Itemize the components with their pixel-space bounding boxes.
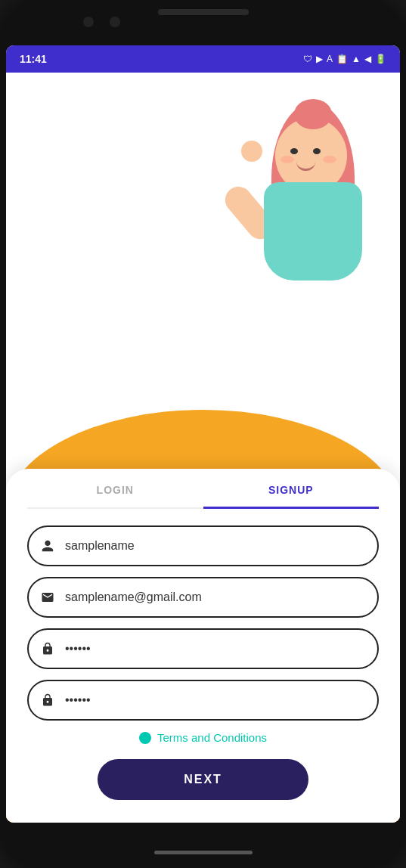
lock-confirm-icon — [39, 692, 56, 708]
status-time: 11:41 — [20, 53, 47, 65]
character-hair-bun — [294, 99, 332, 129]
phone-frame: 11:41 🛡 ▶ A 📋 ▲ ◀ 🔋 — [0, 0, 406, 868]
terms-link[interactable]: Terms and Conditions — [157, 731, 267, 744]
clipboard-icon: 📋 — [336, 54, 348, 64]
confirm-password-field-group — [27, 680, 379, 721]
character-cheek-right — [323, 156, 336, 163]
lock-icon — [39, 640, 56, 657]
password-field-group — [27, 628, 379, 669]
signal-icon: ◀ — [364, 54, 371, 64]
signup-card: LOGIN SIGNUP — [6, 469, 400, 823]
wifi-icon: ▲ — [352, 54, 361, 64]
camera-left — [83, 17, 94, 27]
auth-tabs: LOGIN SIGNUP — [27, 484, 379, 509]
character-body — [264, 182, 362, 281]
next-button[interactable]: NEXT — [98, 759, 308, 800]
character-cheek-left — [280, 156, 294, 163]
password-input[interactable] — [27, 628, 379, 669]
confirm-password-input[interactable] — [27, 680, 379, 721]
email-input[interactable] — [27, 577, 379, 618]
home-bar — [154, 851, 253, 854]
accessibility-icon: A — [327, 54, 333, 64]
character-eye-right — [313, 148, 321, 154]
terms-row: Terms and Conditions — [27, 731, 379, 744]
character-illustration — [234, 95, 385, 322]
shield-icon: 🛡 — [303, 54, 312, 64]
email-icon — [39, 589, 56, 606]
character-hand — [241, 141, 262, 162]
illustration-area: LOGIN SIGNUP — [6, 73, 400, 823]
play-icon: ▶ — [316, 54, 323, 64]
person-icon — [39, 538, 56, 554]
tab-signup[interactable]: SIGNUP — [203, 484, 380, 509]
screen: 11:41 🛡 ▶ A 📋 ▲ ◀ 🔋 — [6, 45, 400, 823]
name-field-group — [27, 525, 379, 566]
camera-right — [110, 17, 120, 27]
phone-speaker — [158, 9, 249, 15]
teal-dot-indicator — [139, 732, 151, 744]
battery-icon: 🔋 — [375, 54, 386, 64]
tab-login[interactable]: LOGIN — [27, 484, 203, 509]
character-eye-left — [290, 148, 298, 154]
status-bar: 11:41 🛡 ▶ A 📋 ▲ ◀ 🔋 — [6, 45, 400, 73]
email-field-group — [27, 577, 379, 618]
name-input[interactable] — [27, 525, 379, 566]
status-icons: 🛡 ▶ A 📋 ▲ ◀ 🔋 — [303, 54, 386, 64]
